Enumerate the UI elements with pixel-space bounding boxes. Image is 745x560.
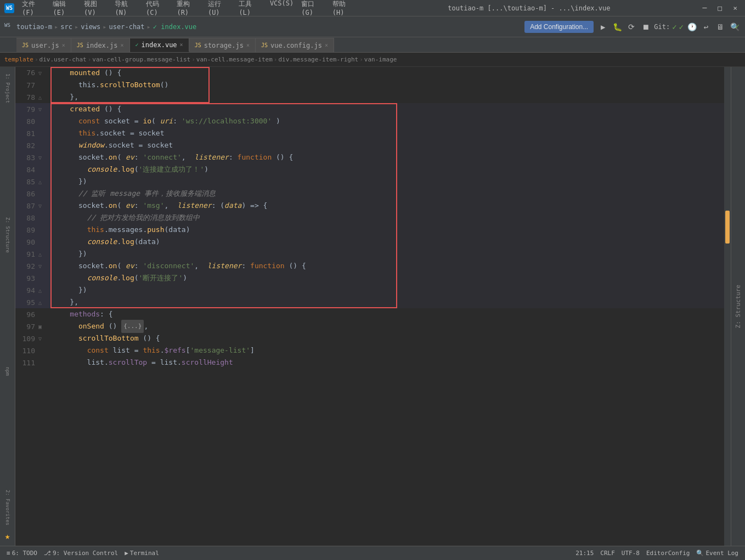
menu-bar: 文件(F) 编辑(E) 视图(V) 导航(N) 代码(C) 重构(R) 运行(U… (19, 0, 359, 18)
ln-96: 96 (15, 310, 38, 319)
fold-83[interactable]: ▽ (38, 155, 47, 161)
status-position[interactable]: 21:15 (573, 550, 596, 557)
fold-95[interactable]: △ (38, 299, 47, 306)
tab-user-js[interactable]: JS user.js × (16, 38, 71, 52)
ln-83: 83 (15, 154, 38, 162)
status-terminal[interactable]: ▶ Terminal (122, 550, 161, 557)
vertical-scrollbar[interactable] (724, 67, 731, 546)
maximize-button[interactable]: □ (714, 4, 725, 12)
tab-js-icon2: JS (77, 42, 83, 48)
menu-view[interactable]: 视图(V) (81, 0, 110, 18)
bc-van-image[interactable]: van-image (364, 56, 397, 63)
tab-close-icon5[interactable]: × (325, 42, 328, 48)
ln-86: 86 (15, 190, 38, 198)
menu-vcs[interactable]: VCS(S) (267, 0, 297, 18)
sidebar-npm-icon[interactable]: npm (3, 363, 13, 380)
menu-nav[interactable]: 导航(N) (111, 0, 141, 18)
menu-tools[interactable]: 工具(L) (235, 0, 265, 18)
status-todo[interactable]: ≡ 6: TODO (4, 550, 39, 557)
code-line-82: window.socket = socket (50, 139, 724, 151)
code-editor[interactable]: 76 ▽ 77 78 △ 79 ▽ (15, 67, 731, 546)
sidebar-favorites-icon[interactable]: 2: Favorites (3, 485, 13, 530)
todo-label: 6: TODO (12, 550, 37, 557)
fold-109[interactable]: ▽ (38, 336, 47, 342)
menu-run[interactable]: 运行(U) (205, 0, 234, 18)
debug-button[interactable]: 🐛 (611, 21, 623, 33)
ln-89: 89 (15, 226, 38, 234)
bc-src[interactable]: src (60, 23, 72, 31)
ln-84: 84 (15, 166, 38, 174)
git-check-icon[interactable]: ✓ (672, 22, 676, 31)
menu-code[interactable]: 代码(C) (143, 0, 172, 18)
vcs-label: 9: Version Control (53, 550, 118, 557)
sidebar-right-label[interactable]: Z: Structure (735, 280, 742, 332)
ln-109: 109 (15, 335, 38, 343)
fold-85[interactable]: △ (38, 179, 47, 185)
terminal-icon: ▶ (125, 550, 128, 557)
ln-95: 95 (15, 298, 38, 307)
fold-76[interactable]: ▽ (38, 70, 47, 76)
rerun-button[interactable]: ⟳ (625, 21, 637, 33)
tab-close-icon3[interactable]: × (180, 42, 183, 48)
todo-icon: ≡ (7, 550, 10, 557)
fold-92[interactable]: ▽ (38, 263, 47, 269)
status-vcs[interactable]: ⎇ 9: Version Control (42, 550, 120, 557)
add-configuration-button[interactable]: Add Configuration... (524, 21, 594, 33)
tab-js-icon3: JS (195, 42, 201, 48)
fold-78[interactable]: △ (38, 94, 47, 100)
bc-template[interactable]: template (4, 56, 33, 63)
fold-97[interactable]: ▣ (38, 324, 47, 330)
layout-button[interactable]: 🖥 (714, 21, 726, 33)
bc-index-vue[interactable]: ✓ index.vue (153, 23, 196, 31)
code-text-area[interactable]: mounted () { this.scrollToBottom() }, cr… (50, 67, 724, 546)
code-line-111: list.scrollTop = list.scrollHeight (50, 357, 724, 369)
code-line-91: }) (50, 248, 724, 260)
close-button[interactable]: × (730, 4, 741, 12)
ln-88: 88 (15, 214, 38, 222)
sidebar-project-icon[interactable]: 1: Project (3, 69, 13, 108)
bc-van-cell-group[interactable]: van-cell-group.message-list (92, 56, 190, 63)
stop-button[interactable]: ⏹ (640, 21, 652, 33)
bc-div-message-item[interactable]: div.message-item-right (278, 56, 358, 63)
undo-button[interactable]: ↩ (700, 21, 712, 33)
tab-close-icon2[interactable]: × (121, 42, 124, 48)
bc-van-cell[interactable]: van-cell.message-item (196, 56, 273, 63)
menu-window[interactable]: 窗口(G) (298, 0, 328, 18)
bc-sep2: › (88, 56, 92, 63)
fold-79[interactable]: ▽ (38, 106, 47, 112)
scrollbar-thumb[interactable] (725, 211, 730, 244)
ln-97: 97 (15, 323, 38, 331)
bc-user-chat[interactable]: user-chat (109, 23, 145, 31)
line-number-gutter: 76 ▽ 77 78 △ 79 ▽ (15, 67, 50, 546)
status-encoding[interactable]: UTF-8 (619, 550, 642, 557)
breadcrumb-bar: template › div.user-chat › van-cell-grou… (0, 53, 745, 67)
code-line-87: socket.on( ev: 'msg', listener: (data) =… (50, 200, 724, 212)
bc-project[interactable]: toutiao-m (16, 23, 52, 31)
status-crlf[interactable]: CRLF (598, 550, 617, 557)
star-icon[interactable]: ★ (5, 531, 10, 541)
tab-vue-config-js[interactable]: JS vue.config.js × (256, 38, 334, 52)
ln-94: 94 (15, 286, 38, 295)
menu-help[interactable]: 帮助(H) (329, 0, 359, 18)
fold-94[interactable]: △ (38, 287, 47, 293)
minimize-button[interactable]: ─ (699, 4, 710, 12)
tab-storage-js[interactable]: JS storage.js × (189, 38, 256, 52)
bc-div-user-chat[interactable]: div.user-chat (39, 56, 87, 63)
history-button[interactable]: 🕐 (686, 21, 698, 33)
menu-edit[interactable]: 编辑(E) (49, 0, 79, 18)
tab-close-icon4[interactable]: × (246, 42, 250, 48)
menu-refactor[interactable]: 重构(R) (173, 0, 203, 18)
fold-91[interactable]: △ (38, 251, 47, 257)
bc-views[interactable]: views (81, 23, 100, 31)
run-button[interactable]: ▶ (597, 21, 609, 33)
tab-close-icon[interactable]: × (62, 42, 65, 48)
status-event-log[interactable]: 🔍 Event Log (694, 550, 741, 557)
status-editor-config[interactable]: EditorConfig (644, 550, 692, 557)
fold-87[interactable]: ▽ (38, 203, 47, 209)
git-check2-icon[interactable]: ✓ (679, 22, 684, 31)
tab-index-vue[interactable]: ✓ index.vue × (130, 38, 189, 52)
menu-file[interactable]: 文件(F) (19, 0, 48, 18)
sidebar-structure-icon[interactable]: Z: Structure (3, 213, 13, 257)
tab-index-js[interactable]: JS index.js × (71, 38, 130, 52)
position-label: 21:15 (575, 550, 594, 557)
